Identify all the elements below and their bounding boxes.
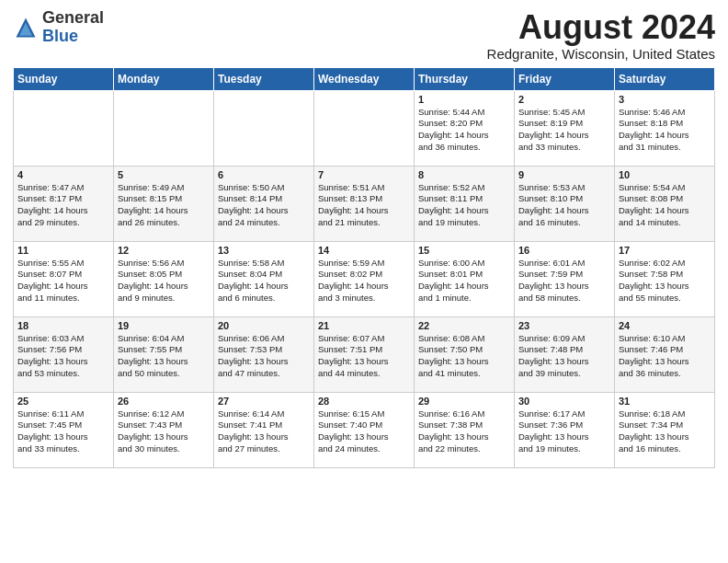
day-number: 4: [17, 169, 109, 180]
header-day-wednesday: Wednesday: [314, 67, 415, 90]
cell-info: Sunrise: 6:16 AM Sunset: 7:38 PM Dayligh…: [418, 408, 510, 455]
calendar-cell: 2Sunrise: 5:45 AM Sunset: 8:19 PM Daylig…: [515, 90, 615, 166]
day-number: 5: [118, 169, 210, 180]
day-number: 24: [619, 320, 711, 331]
day-number: 15: [418, 245, 510, 256]
calendar-cell: 9Sunrise: 5:53 AM Sunset: 8:10 PM Daylig…: [515, 166, 615, 241]
cell-info: Sunrise: 6:11 AM Sunset: 7:45 PM Dayligh…: [17, 408, 109, 455]
calendar-cell: 4Sunrise: 5:47 AM Sunset: 8:17 PM Daylig…: [14, 166, 114, 241]
calendar-cell: 22Sunrise: 6:08 AM Sunset: 7:50 PM Dayli…: [415, 316, 515, 392]
cell-info: Sunrise: 6:03 AM Sunset: 7:56 PM Dayligh…: [17, 333, 109, 380]
week-row-2: 11Sunrise: 5:55 AM Sunset: 8:07 PM Dayli…: [14, 241, 715, 316]
calendar-cell: [314, 90, 415, 166]
day-number: 12: [118, 245, 210, 256]
calendar-cell: 15Sunrise: 6:00 AM Sunset: 8:01 PM Dayli…: [415, 241, 515, 316]
logo-general: General: [42, 9, 104, 28]
calendar-cell: 20Sunrise: 6:06 AM Sunset: 7:53 PM Dayli…: [214, 316, 314, 392]
cell-info: Sunrise: 5:55 AM Sunset: 8:07 PM Dayligh…: [17, 258, 109, 304]
cell-info: Sunrise: 6:12 AM Sunset: 7:43 PM Dayligh…: [118, 408, 210, 455]
day-number: 22: [418, 320, 510, 331]
cell-info: Sunrise: 6:10 AM Sunset: 7:46 PM Dayligh…: [619, 333, 711, 380]
cell-info: Sunrise: 6:02 AM Sunset: 7:58 PM Dayligh…: [619, 258, 711, 304]
calendar-cell: 6Sunrise: 5:50 AM Sunset: 8:14 PM Daylig…: [214, 166, 314, 241]
calendar-table: SundayMondayTuesdayWednesdayThursdayFrid…: [13, 67, 715, 468]
day-number: 19: [118, 320, 210, 331]
header-day-monday: Monday: [114, 67, 214, 90]
calendar-cell: 11Sunrise: 5:55 AM Sunset: 8:07 PM Dayli…: [14, 241, 114, 316]
calendar-cell: 1Sunrise: 5:44 AM Sunset: 8:20 PM Daylig…: [415, 90, 515, 166]
day-number: 26: [118, 396, 210, 407]
calendar-cell: 21Sunrise: 6:07 AM Sunset: 7:51 PM Dayli…: [314, 316, 415, 392]
logo: General Blue: [13, 9, 104, 46]
header-day-sunday: Sunday: [14, 67, 114, 90]
calendar-cell: 27Sunrise: 6:14 AM Sunset: 7:41 PM Dayli…: [214, 392, 314, 467]
day-number: 31: [619, 396, 711, 407]
cell-info: Sunrise: 6:17 AM Sunset: 7:36 PM Dayligh…: [518, 408, 610, 455]
logo-text: General Blue: [42, 9, 104, 46]
day-number: 13: [218, 245, 310, 256]
calendar-header: SundayMondayTuesdayWednesdayThursdayFrid…: [14, 67, 715, 90]
day-number: 10: [619, 169, 711, 180]
calendar-cell: [14, 90, 114, 166]
calendar-cell: 23Sunrise: 6:09 AM Sunset: 7:48 PM Dayli…: [515, 316, 615, 392]
week-row-0: 1Sunrise: 5:44 AM Sunset: 8:20 PM Daylig…: [14, 90, 715, 166]
cell-info: Sunrise: 6:09 AM Sunset: 7:48 PM Dayligh…: [518, 333, 610, 380]
calendar-cell: [114, 90, 214, 166]
day-number: 30: [518, 396, 610, 407]
day-number: 2: [518, 94, 610, 105]
day-number: 18: [17, 320, 109, 331]
cell-info: Sunrise: 6:01 AM Sunset: 7:59 PM Dayligh…: [518, 258, 610, 304]
cell-info: Sunrise: 5:50 AM Sunset: 8:14 PM Dayligh…: [218, 182, 310, 229]
cell-info: Sunrise: 6:08 AM Sunset: 7:50 PM Dayligh…: [418, 333, 510, 380]
calendar-cell: 12Sunrise: 5:56 AM Sunset: 8:05 PM Dayli…: [114, 241, 214, 316]
day-number: 6: [218, 169, 310, 180]
cell-info: Sunrise: 5:52 AM Sunset: 8:11 PM Dayligh…: [418, 182, 510, 229]
header-day-friday: Friday: [515, 67, 615, 90]
cell-info: Sunrise: 5:46 AM Sunset: 8:18 PM Dayligh…: [619, 107, 711, 154]
cell-info: Sunrise: 5:54 AM Sunset: 8:08 PM Dayligh…: [619, 182, 711, 229]
day-number: 21: [318, 320, 410, 331]
calendar-cell: 28Sunrise: 6:15 AM Sunset: 7:40 PM Dayli…: [314, 392, 415, 467]
day-number: 25: [17, 396, 109, 407]
calendar-cell: 31Sunrise: 6:18 AM Sunset: 7:34 PM Dayli…: [615, 392, 715, 467]
calendar-body: 1Sunrise: 5:44 AM Sunset: 8:20 PM Daylig…: [14, 90, 715, 467]
day-number: 7: [318, 169, 410, 180]
calendar-cell: 25Sunrise: 6:11 AM Sunset: 7:45 PM Dayli…: [14, 392, 114, 467]
calendar-cell: 24Sunrise: 6:10 AM Sunset: 7:46 PM Dayli…: [615, 316, 715, 392]
cell-info: Sunrise: 5:44 AM Sunset: 8:20 PM Dayligh…: [418, 107, 510, 154]
calendar-cell: 5Sunrise: 5:49 AM Sunset: 8:15 PM Daylig…: [114, 166, 214, 241]
day-number: 16: [518, 245, 610, 256]
cell-info: Sunrise: 5:51 AM Sunset: 8:13 PM Dayligh…: [318, 182, 410, 229]
day-number: 8: [418, 169, 510, 180]
cell-info: Sunrise: 6:04 AM Sunset: 7:55 PM Dayligh…: [118, 333, 210, 380]
day-number: 23: [518, 320, 610, 331]
cell-info: Sunrise: 5:58 AM Sunset: 8:04 PM Dayligh…: [218, 258, 310, 304]
logo-blue: Blue: [42, 28, 104, 46]
cell-info: Sunrise: 5:59 AM Sunset: 8:02 PM Dayligh…: [318, 258, 410, 304]
cell-info: Sunrise: 6:15 AM Sunset: 7:40 PM Dayligh…: [318, 408, 410, 455]
calendar-cell: 8Sunrise: 5:52 AM Sunset: 8:11 PM Daylig…: [415, 166, 515, 241]
cell-info: Sunrise: 5:56 AM Sunset: 8:05 PM Dayligh…: [118, 258, 210, 304]
calendar-cell: [214, 90, 314, 166]
week-row-3: 18Sunrise: 6:03 AM Sunset: 7:56 PM Dayli…: [14, 316, 715, 392]
header-day-thursday: Thursday: [415, 67, 515, 90]
cell-info: Sunrise: 5:47 AM Sunset: 8:17 PM Dayligh…: [17, 182, 109, 229]
calendar-cell: 26Sunrise: 6:12 AM Sunset: 7:43 PM Dayli…: [114, 392, 214, 467]
header-day-saturday: Saturday: [615, 67, 715, 90]
calendar-cell: 19Sunrise: 6:04 AM Sunset: 7:55 PM Dayli…: [114, 316, 214, 392]
day-number: 14: [318, 245, 410, 256]
calendar-cell: 16Sunrise: 6:01 AM Sunset: 7:59 PM Dayli…: [515, 241, 615, 316]
calendar-cell: 29Sunrise: 6:16 AM Sunset: 7:38 PM Dayli…: [415, 392, 515, 467]
day-number: 29: [418, 396, 510, 407]
calendar-cell: 18Sunrise: 6:03 AM Sunset: 7:56 PM Dayli…: [14, 316, 114, 392]
calendar-cell: 17Sunrise: 6:02 AM Sunset: 7:58 PM Dayli…: [615, 241, 715, 316]
calendar-page: General Blue August 2024 Redgranite, Wis…: [0, 0, 728, 476]
cell-info: Sunrise: 5:45 AM Sunset: 8:19 PM Dayligh…: [518, 107, 610, 154]
day-number: 9: [518, 169, 610, 180]
header-day-tuesday: Tuesday: [214, 67, 314, 90]
cell-info: Sunrise: 6:00 AM Sunset: 8:01 PM Dayligh…: [418, 258, 510, 304]
day-number: 11: [17, 245, 109, 256]
cell-info: Sunrise: 5:53 AM Sunset: 8:10 PM Dayligh…: [518, 182, 610, 229]
logo-icon: [13, 15, 39, 40]
calendar-cell: 13Sunrise: 5:58 AM Sunset: 8:04 PM Dayli…: [214, 241, 314, 316]
